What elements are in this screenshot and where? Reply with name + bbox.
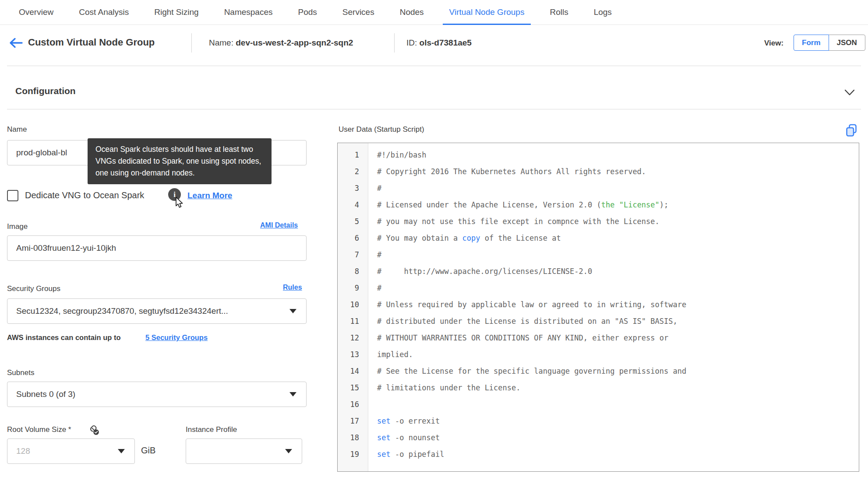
line-number: 19: [338, 446, 368, 463]
caret-down-icon: [289, 309, 296, 313]
view-form-button[interactable]: Form: [794, 35, 829, 51]
line-number: 11: [338, 313, 368, 330]
security-groups-dropdown[interactable]: Secu12324, secgroup23470870, segtuyfsd12…: [7, 298, 307, 324]
tab-logs[interactable]: Logs: [587, 0, 618, 25]
tab-rolls[interactable]: Rolls: [543, 0, 575, 25]
virtual-node-group-page: OverviewCost AnalysisRight SizingNamespa…: [0, 0, 868, 477]
line-number: 10: [338, 296, 368, 313]
vng-id: ID: ols-d7381ae5: [406, 38, 472, 48]
instance-profile-label: Instance Profile: [186, 425, 237, 434]
back-arrow-icon[interactable]: [9, 37, 23, 49]
code-line[interactable]: # http://www.apache.org/licenses/LICENSE…: [377, 263, 859, 280]
line-number-gutter: 12345678910111213141516171819: [338, 143, 368, 471]
code-line[interactable]: # you may not use this file except in co…: [377, 213, 859, 230]
line-number: 13: [338, 346, 368, 363]
root-volume-size-dropdown[interactable]: 128: [7, 438, 135, 464]
tab-overview[interactable]: Overview: [12, 0, 60, 25]
ami-details-link[interactable]: AMI Details: [260, 221, 298, 229]
view-toggle: FormJSON: [794, 35, 865, 51]
line-number: 17: [338, 413, 368, 429]
code-line[interactable]: # Licensed under the Apache License, Ver…: [377, 196, 859, 213]
copy-icon[interactable]: [845, 123, 857, 137]
line-number: 2: [338, 163, 368, 180]
line-number: 15: [338, 379, 368, 396]
line-number: 8: [338, 263, 368, 280]
tab-nodes[interactable]: Nodes: [393, 0, 430, 25]
divider: [7, 66, 861, 66]
page-title: Custom Virtual Node Group: [28, 37, 155, 48]
code-area[interactable]: #!/bin/bash# Copyright 2016 The Kubernet…: [368, 143, 859, 471]
line-number: 18: [338, 429, 368, 446]
image-input[interactable]: Ami-003fruuen12-yui-10jkh: [7, 235, 307, 261]
ocean-spark-tooltip: Ocean Spark clusters should have at leas…: [88, 138, 272, 184]
line-number: 7: [338, 246, 368, 263]
caret-down-icon: [289, 392, 296, 396]
line-number: 4: [338, 196, 368, 213]
code-line[interactable]: set -o pipefail: [377, 446, 859, 463]
view-label: View:: [764, 39, 783, 48]
header-divider: [394, 33, 395, 53]
header-divider: [191, 33, 192, 53]
code-line[interactable]: [377, 396, 859, 413]
learn-more-link[interactable]: Learn More: [187, 191, 232, 200]
code-line[interactable]: # distributed under the License is distr…: [377, 313, 859, 330]
subnets-label: Subnets: [7, 368, 34, 377]
code-line[interactable]: set -o nounset: [377, 429, 859, 446]
code-line[interactable]: #!/bin/bash: [377, 147, 859, 163]
top-nav: OverviewCost AnalysisRight SizingNamespa…: [0, 0, 868, 25]
chevron-down-icon[interactable]: [844, 89, 855, 96]
view-json-button[interactable]: JSON: [829, 35, 865, 51]
code-line[interactable]: #: [377, 246, 859, 263]
image-label: Image: [7, 222, 28, 231]
caret-down-icon: [285, 449, 292, 453]
tab-services[interactable]: Services: [336, 0, 381, 25]
line-number: 16: [338, 396, 368, 413]
vng-name: Name: dev-us-west-2-app-sqn2-sqn2: [209, 38, 353, 48]
code-line[interactable]: # Copyright 2016 The Kubernetes Authors …: [377, 163, 859, 180]
tab-namespaces[interactable]: Namespaces: [218, 0, 279, 25]
security-groups-label: Security Groups: [7, 284, 60, 293]
instance-profile-dropdown[interactable]: [186, 438, 302, 464]
tab-pods[interactable]: Pods: [292, 0, 324, 25]
code-line[interactable]: # See the License for the specific langu…: [377, 363, 859, 379]
code-line[interactable]: # Unless required by applicable law or a…: [377, 296, 859, 313]
caret-down-icon: [118, 449, 125, 453]
line-number: 6: [338, 230, 368, 246]
code-line[interactable]: set -o errexit: [377, 413, 859, 429]
code-line[interactable]: #: [377, 180, 859, 196]
code-line[interactable]: implied.: [377, 346, 859, 363]
code-line[interactable]: # limitations under the License.: [377, 379, 859, 396]
rules-link[interactable]: Rules: [283, 284, 302, 291]
tab-cost-analysis[interactable]: Cost Analysis: [72, 0, 135, 25]
section-title-configuration: Configuration: [15, 86, 76, 96]
user-data-code-editor[interactable]: 12345678910111213141516171819 #!/bin/bas…: [337, 143, 859, 472]
line-number: 1: [338, 147, 368, 163]
root-volume-size-label: Root Volume Size *: [7, 425, 71, 434]
code-line[interactable]: # WITHOUT WARRANTIES OR CONDITIONS OF AN…: [377, 330, 859, 346]
line-number: 5: [338, 213, 368, 230]
link-check-icon[interactable]: [88, 424, 100, 436]
divider: [7, 109, 861, 109]
code-line[interactable]: # You may obtain a copy of the License a…: [377, 230, 859, 246]
mouse-cursor-icon: [173, 196, 185, 209]
code-line[interactable]: #: [377, 280, 859, 296]
tab-right-sizing[interactable]: Right Sizing: [148, 0, 205, 25]
line-number: 3: [338, 180, 368, 196]
line-number: 14: [338, 363, 368, 379]
gib-unit-label: GiB: [141, 445, 155, 456]
five-security-groups-link[interactable]: 5 Security Groups: [145, 333, 208, 342]
user-data-label: User Data (Startup Script): [339, 125, 424, 134]
tab-virtual-node-groups[interactable]: Virtual Node Groups: [443, 0, 531, 25]
dedicate-vng-label: Dedicate VNG to Ocean Spark: [25, 190, 144, 200]
line-number: 9: [338, 280, 368, 296]
security-groups-helper-text: AWS instances can contain up to: [7, 333, 120, 342]
subnets-dropdown[interactable]: Subnets 0 (of 3): [7, 382, 307, 407]
line-number: 12: [338, 330, 368, 346]
name-label: Name: [7, 125, 27, 134]
dedicate-vng-checkbox[interactable]: [7, 190, 18, 201]
